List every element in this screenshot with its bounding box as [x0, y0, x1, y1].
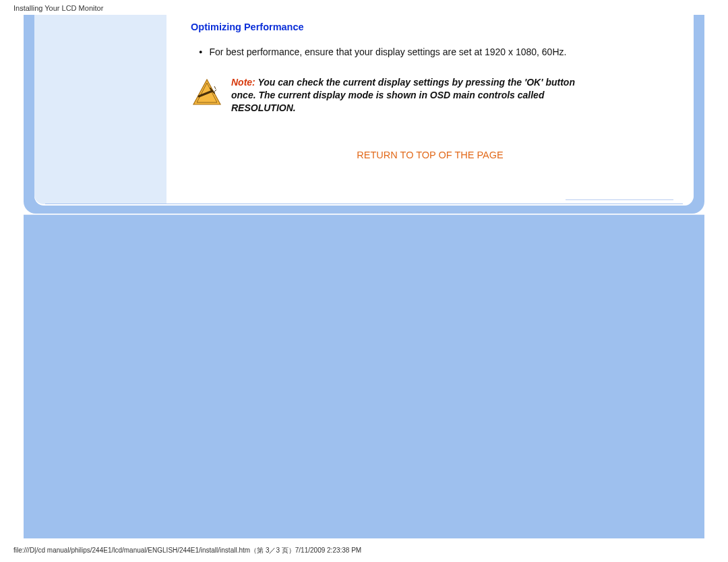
svg-line-6 [214, 90, 216, 92]
content-column: Optimizing Performance ● For best perfor… [166, 15, 694, 204]
inner-frame: Optimizing Performance ● For best perfor… [34, 15, 694, 206]
note-row: Note: You can check the current display … [192, 76, 667, 115]
svg-line-5 [214, 86, 216, 89]
footer-path: file:///D|/cd manual/philips/244E1/lcd/m… [13, 546, 361, 555]
bullet-text: For best performance, ensure that your d… [209, 46, 566, 59]
note-body: You can check the current display settin… [231, 77, 575, 113]
bullet-dot-icon: ● [199, 49, 202, 55]
return-to-top-link[interactable]: RETURN TO TOP OF THE PAGE [193, 150, 667, 160]
sidebar-column [34, 15, 166, 204]
outer-panel: Optimizing Performance ● For best perfor… [24, 15, 704, 214]
note-text: Note: You can check the current display … [231, 76, 667, 115]
warning-triangle-icon [192, 77, 222, 107]
background-fill [24, 215, 704, 538]
note-label: Note: [231, 77, 255, 88]
frame-bottom-line [45, 204, 683, 204]
divider-line [566, 199, 673, 200]
section-heading: Optimizing Performance [191, 22, 667, 32]
page-title-header: Installing Your LCD Monitor [0, 0, 728, 16]
bullet-row: ● For best performance, ensure that your… [199, 46, 667, 59]
